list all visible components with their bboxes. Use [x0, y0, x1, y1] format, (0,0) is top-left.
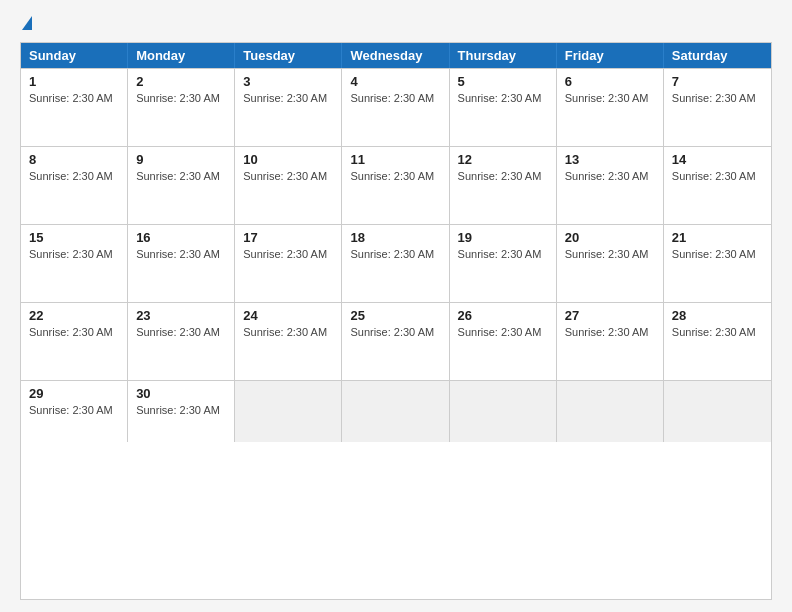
day-number: 30 — [136, 386, 226, 401]
day-number: 11 — [350, 152, 440, 167]
calendar-cell: 4Sunrise: 2:30 AM — [342, 69, 449, 146]
calendar-week: 1Sunrise: 2:30 AM2Sunrise: 2:30 AM3Sunri… — [21, 68, 771, 146]
day-sunrise-info: Sunrise: 2:30 AM — [672, 248, 763, 260]
day-number: 5 — [458, 74, 548, 89]
calendar-cell: 12Sunrise: 2:30 AM — [450, 147, 557, 224]
calendar-cell: 7Sunrise: 2:30 AM — [664, 69, 771, 146]
calendar-header-cell: Saturday — [664, 43, 771, 68]
calendar-header-row: SundayMondayTuesdayWednesdayThursdayFrid… — [21, 43, 771, 68]
day-sunrise-info: Sunrise: 2:30 AM — [350, 326, 440, 338]
calendar-header-cell: Monday — [128, 43, 235, 68]
calendar-week: 15Sunrise: 2:30 AM16Sunrise: 2:30 AM17Su… — [21, 224, 771, 302]
day-number: 21 — [672, 230, 763, 245]
day-sunrise-info: Sunrise: 2:30 AM — [458, 248, 548, 260]
day-number: 18 — [350, 230, 440, 245]
calendar-cell: 28Sunrise: 2:30 AM — [664, 303, 771, 380]
day-number: 29 — [29, 386, 119, 401]
calendar-cell: 19Sunrise: 2:30 AM — [450, 225, 557, 302]
calendar-cell: 14Sunrise: 2:30 AM — [664, 147, 771, 224]
day-sunrise-info: Sunrise: 2:30 AM — [565, 248, 655, 260]
day-sunrise-info: Sunrise: 2:30 AM — [350, 170, 440, 182]
calendar-cell: 27Sunrise: 2:30 AM — [557, 303, 664, 380]
header — [20, 18, 772, 32]
day-sunrise-info: Sunrise: 2:30 AM — [136, 404, 226, 416]
day-sunrise-info: Sunrise: 2:30 AM — [29, 404, 119, 416]
calendar-header-cell: Wednesday — [342, 43, 449, 68]
calendar-week: 29Sunrise: 2:30 AM30Sunrise: 2:30 AM — [21, 380, 771, 442]
calendar-cell — [664, 381, 771, 442]
calendar-cell: 29Sunrise: 2:30 AM — [21, 381, 128, 442]
calendar-cell: 30Sunrise: 2:30 AM — [128, 381, 235, 442]
day-sunrise-info: Sunrise: 2:30 AM — [243, 170, 333, 182]
day-sunrise-info: Sunrise: 2:30 AM — [672, 170, 763, 182]
day-number: 8 — [29, 152, 119, 167]
day-number: 10 — [243, 152, 333, 167]
day-number: 12 — [458, 152, 548, 167]
calendar-cell: 16Sunrise: 2:30 AM — [128, 225, 235, 302]
day-number: 20 — [565, 230, 655, 245]
page: SundayMondayTuesdayWednesdayThursdayFrid… — [0, 0, 792, 612]
calendar-cell: 26Sunrise: 2:30 AM — [450, 303, 557, 380]
calendar-header-cell: Sunday — [21, 43, 128, 68]
calendar-cell: 6Sunrise: 2:30 AM — [557, 69, 664, 146]
calendar-cell: 5Sunrise: 2:30 AM — [450, 69, 557, 146]
calendar-cell: 2Sunrise: 2:30 AM — [128, 69, 235, 146]
day-number: 3 — [243, 74, 333, 89]
day-number: 17 — [243, 230, 333, 245]
calendar-header-cell: Tuesday — [235, 43, 342, 68]
day-number: 25 — [350, 308, 440, 323]
day-sunrise-info: Sunrise: 2:30 AM — [243, 326, 333, 338]
day-number: 19 — [458, 230, 548, 245]
day-number: 24 — [243, 308, 333, 323]
day-sunrise-info: Sunrise: 2:30 AM — [565, 170, 655, 182]
calendar-cell: 21Sunrise: 2:30 AM — [664, 225, 771, 302]
calendar-cell: 18Sunrise: 2:30 AM — [342, 225, 449, 302]
day-sunrise-info: Sunrise: 2:30 AM — [29, 170, 119, 182]
calendar-cell: 22Sunrise: 2:30 AM — [21, 303, 128, 380]
day-sunrise-info: Sunrise: 2:30 AM — [350, 248, 440, 260]
day-number: 22 — [29, 308, 119, 323]
day-number: 26 — [458, 308, 548, 323]
calendar-cell — [342, 381, 449, 442]
calendar-cell: 3Sunrise: 2:30 AM — [235, 69, 342, 146]
day-number: 9 — [136, 152, 226, 167]
day-sunrise-info: Sunrise: 2:30 AM — [136, 92, 226, 104]
day-sunrise-info: Sunrise: 2:30 AM — [672, 92, 763, 104]
calendar-cell — [235, 381, 342, 442]
day-number: 15 — [29, 230, 119, 245]
calendar-body: 1Sunrise: 2:30 AM2Sunrise: 2:30 AM3Sunri… — [21, 68, 771, 442]
calendar: SundayMondayTuesdayWednesdayThursdayFrid… — [20, 42, 772, 600]
day-sunrise-info: Sunrise: 2:30 AM — [350, 92, 440, 104]
calendar-cell — [557, 381, 664, 442]
calendar-cell: 17Sunrise: 2:30 AM — [235, 225, 342, 302]
day-sunrise-info: Sunrise: 2:30 AM — [458, 326, 548, 338]
day-number: 4 — [350, 74, 440, 89]
day-sunrise-info: Sunrise: 2:30 AM — [29, 326, 119, 338]
calendar-header-cell: Thursday — [450, 43, 557, 68]
calendar-week: 22Sunrise: 2:30 AM23Sunrise: 2:30 AM24Su… — [21, 302, 771, 380]
calendar-cell: 25Sunrise: 2:30 AM — [342, 303, 449, 380]
calendar-cell: 24Sunrise: 2:30 AM — [235, 303, 342, 380]
day-sunrise-info: Sunrise: 2:30 AM — [565, 92, 655, 104]
calendar-cell: 9Sunrise: 2:30 AM — [128, 147, 235, 224]
calendar-cell: 11Sunrise: 2:30 AM — [342, 147, 449, 224]
day-sunrise-info: Sunrise: 2:30 AM — [672, 326, 763, 338]
calendar-cell: 15Sunrise: 2:30 AM — [21, 225, 128, 302]
day-sunrise-info: Sunrise: 2:30 AM — [458, 92, 548, 104]
calendar-cell: 20Sunrise: 2:30 AM — [557, 225, 664, 302]
calendar-cell: 10Sunrise: 2:30 AM — [235, 147, 342, 224]
day-number: 27 — [565, 308, 655, 323]
day-number: 1 — [29, 74, 119, 89]
day-number: 14 — [672, 152, 763, 167]
calendar-cell — [450, 381, 557, 442]
day-sunrise-info: Sunrise: 2:30 AM — [136, 170, 226, 182]
calendar-cell: 23Sunrise: 2:30 AM — [128, 303, 235, 380]
day-number: 2 — [136, 74, 226, 89]
day-number: 28 — [672, 308, 763, 323]
day-sunrise-info: Sunrise: 2:30 AM — [29, 248, 119, 260]
day-sunrise-info: Sunrise: 2:30 AM — [458, 170, 548, 182]
day-sunrise-info: Sunrise: 2:30 AM — [136, 326, 226, 338]
calendar-cell: 8Sunrise: 2:30 AM — [21, 147, 128, 224]
day-sunrise-info: Sunrise: 2:30 AM — [136, 248, 226, 260]
logo-triangle-icon — [22, 16, 32, 30]
